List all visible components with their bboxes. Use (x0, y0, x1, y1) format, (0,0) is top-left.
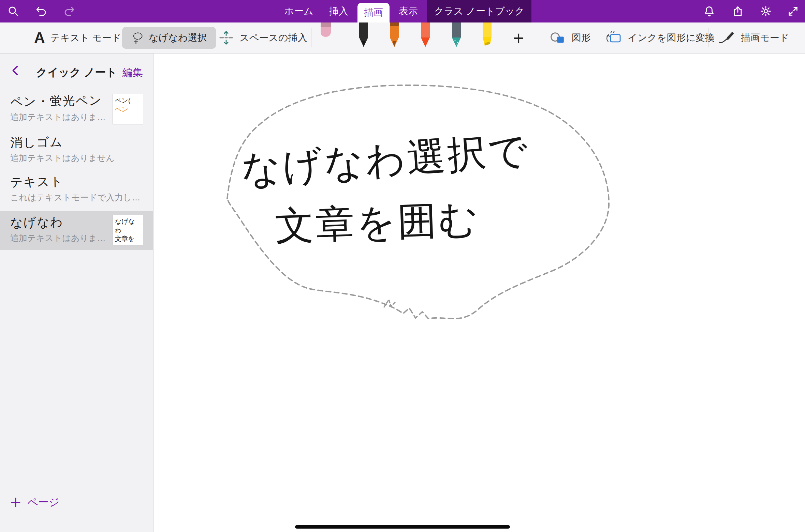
page-title: なげなわ (10, 214, 63, 231)
redo-button[interactable] (63, 5, 76, 18)
plus-icon (10, 497, 21, 508)
page-list-item[interactable]: 消しゴム 追加テキストはありません (0, 131, 153, 170)
insert-space-icon (218, 31, 234, 45)
expand-icon (787, 5, 799, 17)
page-thumbnail: ペン( ペン (113, 94, 143, 124)
home-indicator-bar[interactable] (295, 525, 510, 529)
settings-button[interactable] (759, 5, 772, 18)
toolbar-divider (538, 28, 538, 47)
page-list-item[interactable]: ペン・蛍光ペン 追加テキストはありま… ペン( ペン (0, 90, 153, 131)
tab-view-label: 表示 (399, 5, 418, 18)
tab-draw[interactable]: 描画 (357, 3, 390, 22)
ink-to-shape-button[interactable]: インクを図形に変換 (604, 22, 715, 53)
page-subtitle: 追加テキストはありま… (10, 111, 106, 123)
eraser-tool[interactable] (316, 22, 335, 50)
redo-icon (63, 5, 75, 17)
thumbnail-ink-text: ペン( (115, 96, 141, 105)
add-pen-button[interactable]: + (509, 22, 528, 53)
share-icon (732, 5, 744, 17)
add-page-label: ページ (27, 495, 59, 510)
tab-class-notebook-label: クラス ノートブック (434, 5, 524, 18)
draw-mode-icon (718, 31, 735, 45)
share-button[interactable] (731, 5, 744, 18)
lasso-select-button[interactable]: なげなわ選択 (122, 27, 216, 49)
draw-mode-button[interactable]: 描画モード (718, 22, 789, 53)
page-subtitle: これはテキストモードで入力し… (10, 192, 140, 203)
lasso-select-label: なげなわ選択 (149, 31, 207, 44)
insert-space-label: スペースの挿入 (239, 31, 307, 44)
eraser-icon (316, 22, 335, 50)
text-mode-button[interactable]: A テキスト モード (34, 22, 121, 53)
lasso-icon (131, 31, 144, 44)
top-app-bar: ホーム 挿入 描画 表示 クラス ノートブック (0, 0, 805, 22)
insert-space-button[interactable]: スペースの挿入 (218, 22, 307, 53)
edit-button[interactable]: 編集 (122, 66, 143, 80)
handwritten-ink-line-2: 文章を囲む (274, 193, 480, 253)
page-list-sidebar: クイック ノート 編集 ペン・蛍光ペン 追加テキストはありま… ペン( ペン 消… (0, 54, 153, 532)
pen-galaxy-icon (447, 22, 466, 50)
toolbar-divider (708, 28, 708, 47)
undo-button[interactable] (35, 5, 48, 18)
text-mode-label: テキスト モード (50, 31, 121, 44)
search-icon (8, 5, 19, 17)
drawing-canvas[interactable]: なげなわ選択で 文章を囲む (153, 54, 805, 532)
ink-to-shape-label: インクを図形に変換 (628, 31, 715, 44)
page-subtitle: 追加テキストはありません (10, 152, 115, 164)
shapes-label: 図形 (572, 31, 591, 44)
page-title: ペン・蛍光ペン (10, 92, 102, 110)
ink-to-shape-icon (604, 31, 622, 45)
tab-view[interactable]: 表示 (392, 0, 424, 22)
page-thumbnail: なげなわ 文章を (113, 215, 143, 245)
pen-black-icon (354, 22, 373, 50)
draw-toolbar: A テキスト モード なげなわ選択 スペースの挿入 (0, 22, 805, 54)
gear-icon (760, 5, 772, 17)
pen-orange-tool[interactable] (385, 22, 404, 50)
page-list-item-selected[interactable]: なげなわ 追加テキストはありま… なげなわ 文章を (0, 211, 153, 250)
add-page-button[interactable]: ページ (10, 495, 59, 510)
bell-icon (703, 5, 715, 17)
search-button[interactable] (7, 5, 20, 18)
pen-orange-icon (385, 22, 404, 50)
text-mode-icon: A (34, 29, 45, 46)
tab-insert[interactable]: 挿入 (322, 0, 355, 22)
shapes-icon (550, 31, 566, 45)
thumbnail-ink-text: 文章を (115, 234, 141, 243)
add-pen-label: + (513, 27, 524, 49)
pen-red-marker-tool[interactable] (416, 22, 435, 50)
draw-mode-label: 描画モード (741, 31, 789, 44)
tab-home[interactable]: ホーム (280, 0, 318, 22)
thumbnail-ink-text: ペン (115, 105, 141, 114)
thumbnail-ink-text: なげなわ (115, 217, 141, 234)
page-title: テキスト (10, 173, 63, 191)
toolbar-divider (311, 28, 311, 47)
notifications-button[interactable] (703, 5, 716, 18)
page-list-item[interactable]: テキスト これはテキストモードで入力し… (0, 171, 153, 211)
tab-draw-label: 描画 (364, 6, 383, 19)
tab-insert-label: 挿入 (329, 5, 348, 18)
tab-home-label: ホーム (284, 5, 313, 18)
tab-class-notebook[interactable]: クラス ノートブック (427, 0, 531, 22)
lasso-selection-outline (153, 54, 805, 532)
pen-galaxy-tool[interactable] (447, 22, 466, 50)
page-subtitle: 追加テキストはありま… (10, 232, 106, 244)
highlighter-yellow-tool[interactable] (478, 22, 497, 50)
pen-red-marker-icon (416, 22, 435, 50)
sidebar-header: クイック ノート 編集 (0, 62, 153, 81)
shapes-button[interactable]: 図形 (550, 22, 591, 53)
undo-icon (35, 5, 47, 17)
highlighter-yellow-icon (478, 22, 497, 50)
pen-black-tool[interactable] (354, 22, 373, 50)
fullscreen-button[interactable] (787, 5, 800, 18)
page-title: 消しゴム (10, 134, 63, 151)
